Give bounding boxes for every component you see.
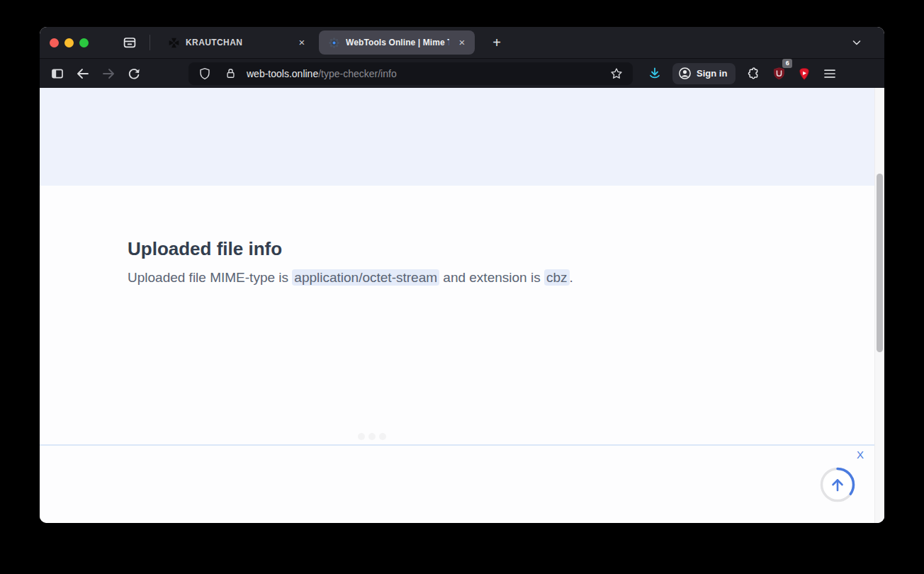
tab-close-button[interactable]: × <box>455 35 469 50</box>
url-host: web-tools.online <box>247 68 318 79</box>
tab-webtools-active[interactable]: WebTools Online | Mime Type Ch × <box>319 30 475 55</box>
file-info-sentence: Uploaded file MIME-type is application/o… <box>128 270 573 286</box>
zoom-window-button[interactable] <box>79 38 89 47</box>
sidebar-icon <box>50 67 64 81</box>
loading-dot <box>379 433 386 440</box>
page-content: Uploaded file info Uploaded file MIME-ty… <box>40 88 884 523</box>
downloads-button[interactable] <box>644 63 665 84</box>
lock-icon[interactable] <box>221 63 240 84</box>
forward-button[interactable] <box>98 63 119 84</box>
sign-in-button[interactable]: Sign in <box>672 63 736 84</box>
sentence-part1: Uploaded file MIME-type is <box>128 270 292 285</box>
toolbar-right-icons: Sign in 6 <box>644 63 840 84</box>
loading-dots <box>358 433 386 440</box>
scrollbar-track[interactable] <box>874 88 884 523</box>
firefox-view-icon <box>123 35 137 50</box>
traffic-lights <box>50 38 89 47</box>
hero-band <box>40 88 884 186</box>
gear-favicon-icon <box>327 36 340 49</box>
url-path: /type-checker/info <box>318 68 397 79</box>
chevron-down-icon <box>851 37 862 48</box>
extensions-button[interactable] <box>743 63 764 84</box>
tab-krautchan[interactable]: KRAUTCHAN × <box>159 30 315 55</box>
forward-arrow-icon <box>101 67 116 81</box>
sidebar-toggle-button[interactable] <box>47 63 68 84</box>
iron-cross-icon <box>167 36 180 49</box>
back-button[interactable] <box>72 63 94 84</box>
list-all-tabs-button[interactable] <box>846 32 867 53</box>
account-icon <box>678 67 692 80</box>
mime-type-value: application/octet-stream <box>292 269 439 286</box>
loading-dot <box>368 433 376 440</box>
ublock-origin-button[interactable]: 6 <box>768 63 789 84</box>
hamburger-icon <box>823 67 837 81</box>
banner-divider <box>40 444 874 446</box>
download-icon <box>648 67 662 81</box>
tab-title: KRAUTCHAN <box>186 38 289 47</box>
tab-title: WebTools Online | Mime Type Ch <box>346 38 449 47</box>
puzzle-icon <box>746 67 760 81</box>
url-display[interactable]: web-tools.online/type-checker/info <box>247 68 603 79</box>
reload-icon <box>127 67 141 81</box>
tab-separator <box>150 35 150 50</box>
tab-bar: KRAUTCHAN × WebTools Online | M <box>40 27 884 58</box>
minimize-window-button[interactable] <box>64 38 74 47</box>
close-window-button[interactable] <box>50 38 59 47</box>
url-bar[interactable]: web-tools.online/type-checker/info <box>188 62 633 85</box>
shield-icon[interactable] <box>196 63 214 84</box>
new-tab-button[interactable]: + <box>486 32 507 53</box>
scroll-top-arrow-icon <box>819 466 856 503</box>
browser-window: KRAUTCHAN × WebTools Online | M <box>40 27 884 523</box>
sentence-part3: . <box>570 270 573 285</box>
back-arrow-icon <box>76 67 90 81</box>
sign-in-label: Sign in <box>697 68 727 79</box>
firefox-view-button[interactable] <box>120 33 140 52</box>
close-ad-button[interactable]: X <box>854 449 867 461</box>
youtube-play-icon <box>797 67 811 81</box>
scrollbar-thumb[interactable] <box>877 174 883 352</box>
menu-button[interactable] <box>819 63 840 84</box>
ublock-badge-count: 6 <box>782 59 792 68</box>
sentence-part2: and extension is <box>439 270 544 285</box>
scroll-to-top-button[interactable] <box>819 466 856 503</box>
youtube-extension-button[interactable] <box>794 63 815 84</box>
bookmark-star-button[interactable] <box>606 63 627 84</box>
extension-value: cbz <box>544 269 570 286</box>
loading-dot <box>358 433 365 440</box>
navigation-toolbar: web-tools.online/type-checker/info <box>40 58 884 88</box>
ublock-shield-icon <box>772 67 786 80</box>
page-title: Uploaded file info <box>128 238 282 260</box>
tab-close-button[interactable]: × <box>295 35 309 50</box>
reload-button[interactable] <box>123 63 145 84</box>
